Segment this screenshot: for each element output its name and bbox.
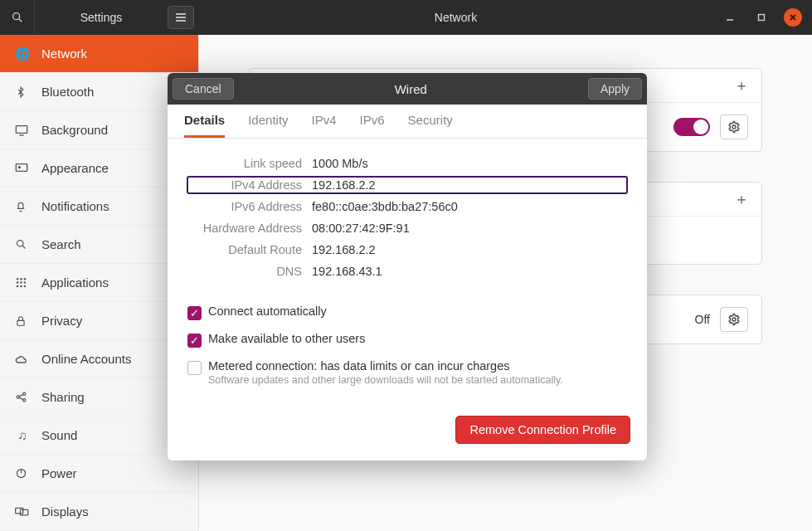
dialog-title: Wired: [234, 82, 588, 96]
svg-rect-33: [21, 509, 28, 515]
sidebar-item-displays[interactable]: Displays: [0, 493, 198, 531]
check-metered-sub: Software updates and other large downloa…: [208, 374, 563, 386]
check-metered-label: Metered connection: has data limits or c…: [208, 359, 563, 373]
label-ipv4: IPv4 Address: [187, 178, 312, 192]
check-share[interactable]: ✓ Make available to other users: [187, 332, 627, 348]
window-title: Network: [199, 11, 712, 24]
vpn-add-button[interactable]: ＋: [733, 191, 750, 207]
tab-ipv4[interactable]: IPv4: [312, 113, 337, 138]
appearance-icon: [15, 163, 30, 174]
value-route: 192.168.2.2: [312, 243, 376, 256]
bluetooth-icon: [15, 85, 30, 99]
cancel-button[interactable]: Cancel: [173, 78, 234, 100]
svg-line-28: [19, 394, 23, 397]
svg-line-14: [22, 246, 25, 248]
sidebar-item-label: Notifications: [41, 199, 109, 213]
svg-point-18: [17, 281, 19, 284]
apps-icon: [15, 276, 30, 289]
sidebar-item-label: Network: [41, 46, 87, 61]
hamburger-icon: [175, 12, 187, 22]
svg-point-16: [20, 278, 22, 280]
remove-profile-button[interactable]: Remove Connection Profile: [455, 416, 630, 444]
search-icon: [15, 238, 30, 251]
sidebar-item-label: Power: [41, 466, 77, 480]
lock-icon: [15, 314, 30, 328]
hamburger-button[interactable]: [168, 6, 194, 29]
svg-point-22: [20, 285, 22, 288]
svg-rect-9: [16, 125, 27, 133]
dialog-body: Link speed 1000 Mb/s IPv4 Address 192.16…: [168, 139, 647, 401]
displays-icon: [15, 506, 30, 518]
sound-icon: ♫: [15, 428, 30, 442]
title-bar: Settings Network: [0, 0, 812, 35]
wired-dialog: Cancel Wired Apply Details Identity IPv4…: [168, 73, 647, 460]
svg-point-35: [732, 318, 736, 321]
svg-point-34: [732, 125, 736, 129]
tab-security[interactable]: Security: [408, 113, 453, 138]
sidebar-item-network[interactable]: 🌐 Network: [0, 35, 198, 73]
svg-point-13: [17, 241, 24, 247]
row-ipv6: IPv6 Address fe80::c0ae:3bdb:ba27:56c0: [187, 200, 627, 213]
sidebar-item-label: Privacy: [41, 314, 82, 328]
sidebar-item-power[interactable]: Power: [0, 455, 198, 493]
value-ipv6: fe80::c0ae:3bdb:ba27:56c0: [312, 200, 458, 213]
proxy-status: Off: [695, 313, 710, 326]
label-dns: DNS: [187, 265, 312, 278]
label-route: Default Route: [187, 243, 312, 256]
checkbox-auto[interactable]: ✓: [187, 306, 202, 320]
tab-ipv6[interactable]: IPv6: [360, 113, 385, 138]
sidebar-item-label: Bluetooth: [41, 85, 94, 99]
bell-icon: [15, 200, 30, 213]
value-hardware: 08:00:27:42:9F:91: [312, 222, 410, 235]
dialog-footer: Remove Connection Profile: [168, 401, 647, 460]
close-icon: [789, 13, 797, 22]
svg-point-17: [24, 278, 27, 280]
sidebar-item-label: Applications: [41, 275, 109, 290]
sidebar-item-label: Background: [41, 123, 108, 137]
sidebar-item-label: Search: [41, 237, 81, 251]
sidebar-item-label: Sharing: [41, 390, 85, 404]
wired-settings-button[interactable]: [720, 114, 748, 139]
dialog-tabs: Details Identity IPv4 IPv6 Security: [168, 105, 647, 139]
gear-icon: [727, 120, 741, 134]
title-left: Settings: [0, 0, 199, 35]
apply-button[interactable]: Apply: [588, 78, 642, 100]
svg-point-23: [24, 285, 27, 288]
check-metered[interactable]: Metered connection: has data limits or c…: [187, 359, 627, 386]
row-link-speed: Link speed 1000 Mb/s: [187, 157, 627, 170]
value-dns: 192.168.43.1: [312, 265, 382, 278]
label-ipv6: IPv6 Address: [187, 200, 312, 213]
search-button[interactable]: [0, 0, 35, 35]
window-controls: [712, 8, 812, 27]
row-ipv4: IPv4 Address 192.168.2.2: [187, 177, 627, 193]
tab-details[interactable]: Details: [184, 113, 225, 138]
maximize-button[interactable]: [752, 8, 771, 27]
globe-icon: 🌐: [15, 46, 30, 61]
svg-point-15: [17, 278, 19, 280]
svg-line-1: [18, 19, 22, 22]
close-button[interactable]: [784, 8, 802, 27]
svg-rect-6: [759, 15, 765, 21]
dialog-header: Cancel Wired Apply: [168, 73, 647, 105]
minimize-button[interactable]: [721, 8, 739, 27]
row-hardware: Hardware Address 08:00:27:42:9F:91: [187, 222, 627, 235]
wired-add-button[interactable]: ＋: [733, 77, 750, 94]
svg-rect-24: [17, 320, 24, 325]
tab-identity[interactable]: Identity: [248, 113, 288, 138]
label-link-speed: Link speed: [187, 157, 312, 170]
sidebar-item-label: Sound: [41, 428, 77, 442]
check-connect-auto[interactable]: ✓ Connect automatically: [187, 304, 627, 320]
maximize-icon: [757, 13, 766, 22]
minimize-icon: [726, 13, 734, 22]
sidebar-item-label: Online Accounts: [41, 352, 131, 366]
checkbox-share[interactable]: ✓: [187, 334, 202, 348]
svg-rect-32: [16, 508, 23, 514]
proxy-settings-button[interactable]: [720, 307, 748, 332]
value-link-speed: 1000 Mb/s: [312, 157, 368, 170]
search-icon: [11, 11, 24, 24]
display-icon: [15, 124, 30, 136]
svg-rect-11: [16, 163, 27, 171]
svg-point-21: [17, 285, 19, 288]
checkbox-metered[interactable]: [187, 361, 202, 375]
wired-toggle[interactable]: [673, 118, 710, 136]
